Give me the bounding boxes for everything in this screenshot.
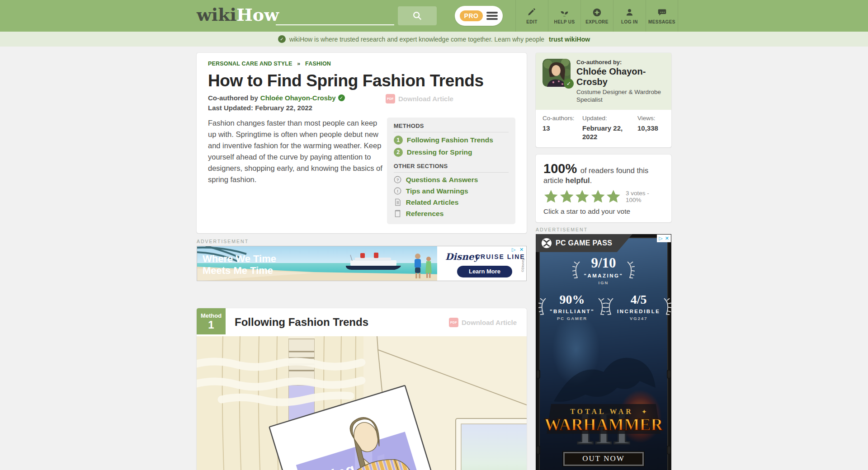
ad-controls: ▷ ✕: [657, 235, 671, 242]
stat-value: 13: [542, 124, 582, 133]
rating-cta: Click a star to add your vote: [543, 207, 664, 216]
coauthor-card-top: ✓ Co-authored by: Chloée Ohayon-Crosby C…: [536, 53, 671, 110]
star-icon[interactable]: [575, 189, 590, 204]
last-updated: Last Updated: February 22, 2022: [208, 104, 386, 112]
search-input[interactable]: [276, 7, 394, 25]
side-window: [456, 418, 527, 470]
nav-item-messages[interactable]: MESSAGES: [646, 0, 678, 32]
divider: [394, 132, 509, 132]
advertisement-label: ADVERTISEMENT: [536, 227, 671, 232]
document-icon: [394, 198, 402, 207]
tips-link[interactable]: ! Tips and Warnings: [394, 185, 509, 197]
byline-row: Co-authored by Chloée Ohayon-Crosby ✓ La…: [208, 94, 515, 114]
nav-label: HELP US: [554, 19, 575, 24]
review-vg247: 4/5 INCREDIBLE VG247: [606, 292, 671, 321]
ad-close-icon[interactable]: ✕: [519, 247, 524, 252]
stat-value: 10,338: [637, 124, 665, 133]
pro-badge: PRO: [460, 10, 483, 21]
qa-link[interactable]: ? Questions & Answers: [394, 174, 509, 185]
review-scores: 9/10 "AMAZING" IGN 90% "BRILLIANT": [536, 255, 671, 321]
author-avatar[interactable]: ✓: [542, 59, 571, 87]
rating-percent: 100%: [543, 161, 577, 176]
stat-value: February 22, 2022: [582, 124, 637, 141]
star-icon[interactable]: [559, 189, 575, 204]
pdf-icon: PDF: [386, 94, 395, 103]
search-button[interactable]: [398, 6, 437, 25]
stat-label: Co-authors:: [542, 115, 582, 122]
total-war-label: TOTAL WAR: [570, 408, 633, 415]
source: PC GAMER: [557, 316, 587, 321]
article-intro-card: PERSONAL CARE AND STYLE » FASHION How to…: [197, 53, 527, 233]
pro-menu-button[interactable]: PRO: [455, 6, 503, 26]
method-link-1[interactable]: 1 Following Fashion Trends: [394, 134, 509, 146]
author-link[interactable]: Chloée Ohayon-Crosby: [260, 94, 336, 102]
adchoices-icon[interactable]: ▷: [512, 247, 516, 252]
learn-more-label[interactable]: Learn More: [469, 268, 500, 275]
sprout-icon: [560, 8, 569, 17]
hamburger-icon: [486, 10, 498, 21]
download-article-label: Download Article: [398, 95, 453, 103]
star-icon[interactable]: [590, 189, 606, 204]
game-logo: III TOTAL WAR ✦ WARHAMMER: [538, 393, 669, 453]
star-icon[interactable]: [606, 189, 621, 204]
method-link-2[interactable]: 2 Dressing for Spring: [394, 146, 509, 158]
stat-views: Views: 10,338: [637, 115, 665, 141]
article-stats: Co-authors: 13 Updated: February 22, 202…: [536, 110, 671, 147]
breadcrumb-category[interactable]: PERSONAL CARE AND STYLE: [208, 61, 292, 67]
score: 4/5: [631, 292, 647, 307]
download-article-button[interactable]: PDF Download Article: [386, 94, 515, 103]
question-icon: ?: [394, 176, 402, 184]
banner-ad[interactable]: Where We Time Meets Me Time Disney CRUIS…: [197, 246, 527, 281]
nav-item-log-in[interactable]: LOG IN: [613, 0, 646, 32]
source: VG247: [630, 316, 648, 321]
method-number: 1: [208, 319, 214, 330]
nav-item-explore[interactable]: EXPLORE: [580, 0, 613, 32]
warhammer-label: WARHAMMER: [544, 415, 663, 434]
related-articles-link[interactable]: Related Articles: [394, 197, 509, 208]
frame-rivet: [536, 370, 540, 379]
ad-close-icon[interactable]: ✕: [665, 235, 669, 241]
quote: "AMAZING": [584, 273, 623, 278]
main-column: PERSONAL CARE AND STYLE » FASHION How to…: [197, 53, 527, 470]
coauthor-name[interactable]: Chloée Ohayon-Crosby: [576, 66, 665, 87]
pc-game-pass-label: PC GAME PASS: [556, 239, 612, 247]
stat-label: Views:: [637, 115, 665, 122]
xbox-logo-icon: [541, 238, 552, 249]
methods-header: METHODS: [394, 122, 509, 129]
nav-item-help-us[interactable]: HELP US: [548, 0, 580, 32]
sidebar-ad[interactable]: PC GAME PASS ▷ ✕: [536, 234, 671, 470]
disney-copyright: ©Disney: [521, 258, 525, 272]
other-link-label: Questions & Answers: [406, 176, 478, 184]
download-article-button[interactable]: PDF Download Article: [449, 318, 517, 327]
method-number-badge: 2: [394, 148, 403, 157]
trust-message: wikiHow is where trusted research and ex…: [289, 36, 544, 43]
method-link-label: Dressing for Spring: [407, 148, 472, 156]
stat-coauthors: Co-authors: 13: [542, 115, 582, 141]
star-icon[interactable]: [543, 189, 559, 204]
wikihow-logo[interactable]: wikiHow: [197, 5, 279, 25]
rating-helpful: helpful: [566, 176, 590, 184]
page-title: How to Find Spring Fashion Trends: [208, 71, 515, 90]
rating-card: 100% of readers found this article helpf…: [536, 155, 671, 222]
method-link-label: Following Fashion Trends: [407, 136, 493, 144]
out-now-button[interactable]: OUT NOW: [563, 452, 644, 466]
nav-item-edit[interactable]: EDIT: [515, 0, 548, 32]
search-bar: [276, 6, 437, 25]
intro-row: Fashion changes faster than most people …: [208, 118, 515, 224]
trust-wikihow-link[interactable]: trust wikiHow: [549, 36, 590, 43]
stat-label: Updated:: [582, 115, 637, 122]
methods-box: METHODS 1 Following Fashion Trends 2 Dre…: [387, 118, 515, 224]
adchoices-icon[interactable]: ▷: [659, 235, 662, 241]
method-1-card: Method 1 Following Fashion Trends PDF Do…: [197, 308, 527, 470]
coauthored-by-label: Co-authored by:: [576, 59, 665, 66]
top-nav: EDIT HELP US EXPLORE LOG IN MESSAGES: [515, 0, 678, 32]
references-link[interactable]: References: [394, 208, 509, 219]
coauthor-role: Costume Designer & Wardrobe Specialist: [576, 89, 665, 104]
score: 90%: [560, 292, 585, 307]
search-icon: [412, 11, 422, 21]
breadcrumb-subcategory[interactable]: FASHION: [305, 61, 331, 67]
review-pcgamer: 90% "BRILLIANT" PC GAMER: [538, 292, 606, 321]
ad-headline-1: Where We Time: [203, 253, 276, 264]
rating-sentence: 100% of readers found this article helpf…: [543, 161, 664, 185]
method-label: Method: [201, 312, 222, 319]
